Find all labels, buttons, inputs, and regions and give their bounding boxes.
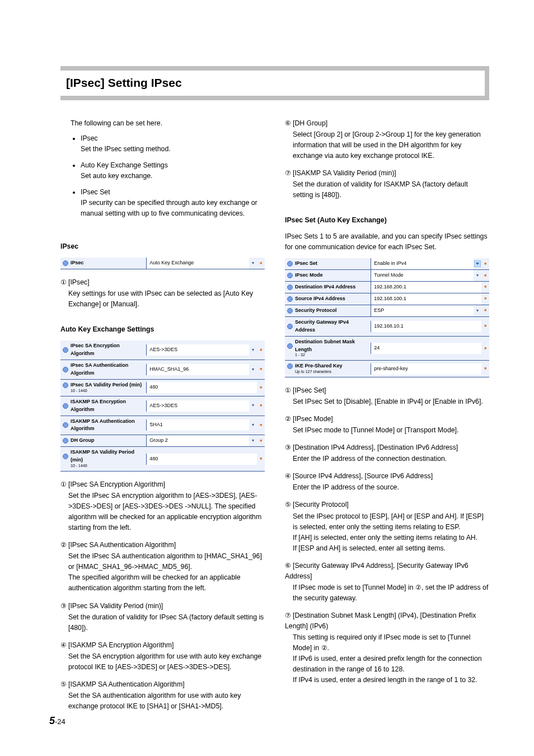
item-description: Enter the IP address of the source. [293, 482, 489, 493]
intro-list: IPsec Set the IPsec setting method. Auto… [81, 133, 261, 219]
item-description: Set the IPsec SA encryption algorithm to… [68, 491, 265, 533]
bullet-icon [287, 296, 293, 302]
item-number: ③ [285, 442, 293, 453]
page-title: [IPsec] Setting IPsec [60, 71, 485, 96]
setting-value-input[interactable]: HMAC_SHA1_96 [146, 364, 249, 375]
list-item: ⑤[Security Protocol]Set the IPsec protoc… [285, 500, 489, 553]
reset-icon[interactable] [257, 403, 265, 409]
list-item: Auto Key Exchange Settings Set auto key … [81, 160, 261, 181]
reset-icon[interactable] [481, 323, 489, 329]
chapter-number: 5 [49, 715, 55, 726]
reset-icon[interactable] [257, 260, 265, 267]
item-description: Set the SA encryption algorithm for use … [68, 651, 265, 673]
bullet-icon [63, 438, 68, 444]
page-number: -24 [55, 717, 65, 726]
setting-label: ISAKMP SA Encryption Algorithm [71, 398, 144, 414]
reset-icon[interactable] [257, 422, 265, 428]
table-row: IKE Pre-Shared KeyUp to 127 characterspr… [285, 361, 489, 377]
setting-label: DH Group [71, 437, 95, 445]
setting-value-input[interactable]: Auto Key Exchange [146, 258, 249, 269]
setting-value-input[interactable]: AES->3DES [146, 344, 249, 356]
intro-box: The following can be set here. IPsec Set… [60, 118, 265, 227]
bullet-icon [287, 324, 293, 329]
reset-icon[interactable] [257, 456, 265, 462]
setting-value-input[interactable]: 480 [146, 382, 257, 393]
chevron-down-icon[interactable] [249, 437, 257, 444]
settings-table-autokey: IPsec SA Encryption AlgorithmAES->3DESIP… [60, 340, 265, 472]
setting-value-input[interactable]: 192.168.100.1 [371, 293, 481, 305]
setting-value-input[interactable]: 480 [146, 454, 257, 465]
chevron-down-icon[interactable] [474, 307, 481, 314]
item-description: Set the SA authentication algorithm for … [68, 690, 265, 712]
item-label: [ISAKMP SA Validity Period (min)] [293, 169, 396, 177]
item-number: ④ [60, 640, 68, 651]
setting-value-input[interactable]: Group 2 [146, 435, 249, 446]
reset-icon[interactable] [257, 366, 265, 372]
reset-icon[interactable] [481, 273, 489, 279]
setting-value-input[interactable]: SHA1 [146, 419, 249, 431]
item-description: Set the IPsec protocol to [ESP], [AH] or… [293, 511, 489, 554]
page-title-bar: [IPsec] Setting IPsec [60, 66, 489, 100]
chevron-down-icon[interactable] [249, 422, 257, 428]
item-label: [IPsec Mode] [293, 415, 333, 423]
chevron-down-icon[interactable] [249, 366, 257, 373]
item-number: ⑦ [285, 168, 293, 179]
setting-label: Security Protocol [295, 307, 337, 315]
reset-icon[interactable] [481, 261, 489, 267]
table-row: Destination IPv4 Address192.168.200.1 [285, 281, 489, 293]
table-row: Security Gateway IPv4 Address192.168.10.… [285, 316, 489, 336]
setting-value-input[interactable]: AES->3DES [146, 400, 249, 412]
settings-table-ipsec-set: IPsec SetEnable in IPv4IPsec ModeTunnel … [285, 258, 489, 377]
item-label: [Security Protocol] [293, 501, 349, 508]
item-description: Enter the IP address of the connection d… [293, 454, 489, 464]
reset-icon[interactable] [481, 307, 489, 314]
reset-icon[interactable] [257, 347, 265, 353]
table-row: IPsec SA Validity Period (min)10 - 14404… [60, 379, 265, 396]
setting-value-input[interactable]: 192.168.10.1 [371, 321, 481, 332]
item-label: [IPsec SA Authentication Algorithm] [68, 541, 176, 549]
table-row: ISAKMP SA Authentication AlgorithmSHA1 [60, 416, 265, 435]
chevron-down-icon[interactable] [474, 272, 481, 279]
table-row: ISAKMP SA Validity Period (min)10 - 1440… [60, 447, 265, 472]
item-number: ② [60, 540, 68, 550]
reset-icon[interactable] [481, 284, 489, 290]
list-item: ④[Source IPv4 Address], [Source IPv6 Add… [285, 471, 489, 493]
setting-value-input[interactable]: 192.168.200.1 [371, 282, 481, 293]
list-item: ⑤[ISAKMP SA Authentication Algorithm]Set… [60, 679, 265, 712]
table-row: IPsec SA Encryption AlgorithmAES->3DES [60, 340, 265, 360]
setting-value-input[interactable]: pre-shared-key [371, 363, 481, 375]
chevron-down-icon[interactable] [249, 347, 257, 353]
page-footer: 5-24 [49, 713, 65, 729]
setting-value-input[interactable]: ESP [371, 305, 474, 316]
list-item: ⑥[DH Group]Select [Group 2] or [Group 2-… [285, 118, 489, 161]
item-number: ③ [60, 601, 68, 612]
reset-icon[interactable] [257, 385, 265, 391]
reset-icon[interactable] [481, 366, 489, 372]
item-label: [IPsec SA Validity Period (min)] [68, 602, 163, 610]
item-number: ① [60, 479, 68, 490]
item-description: Set the IPsec SA authentication algorith… [68, 551, 265, 594]
reset-icon[interactable] [481, 296, 489, 302]
setting-label: IPsec SA Authentication Algorithm [71, 362, 144, 377]
chevron-down-icon[interactable] [249, 260, 257, 267]
item-description: If IPsec mode is set to [Tunnel Mode] in… [293, 582, 489, 604]
list-item: ④[ISAKMP SA Encryption Algorithm]Set the… [60, 640, 265, 673]
dropdown-icon[interactable] [474, 260, 481, 267]
setting-label: Destination IPv4 Address [295, 283, 355, 291]
bullet-icon [287, 284, 293, 290]
reset-icon[interactable] [257, 438, 265, 444]
setting-value-input[interactable]: Enable in IPv4 [371, 258, 474, 269]
bullet-icon [287, 273, 293, 278]
section-head-ipsec: IPsec [60, 241, 265, 252]
reset-icon[interactable] [481, 346, 489, 352]
list-item: ①[IPsec Set]Set IPsec Set to [Disable], … [285, 385, 489, 407]
item-number: ⑤ [60, 679, 68, 690]
setting-value-input[interactable]: 24 [371, 343, 481, 354]
item-number: ⑥ [285, 561, 293, 571]
setting-value-input[interactable]: Tunnel Mode [371, 270, 474, 281]
chevron-down-icon[interactable] [249, 402, 257, 409]
table-row: IPsec ModeTunnel Mode [285, 269, 489, 281]
bullet-icon [63, 422, 68, 428]
item-label: [IPsec Set] [293, 386, 326, 394]
item-number: ② [285, 414, 293, 424]
